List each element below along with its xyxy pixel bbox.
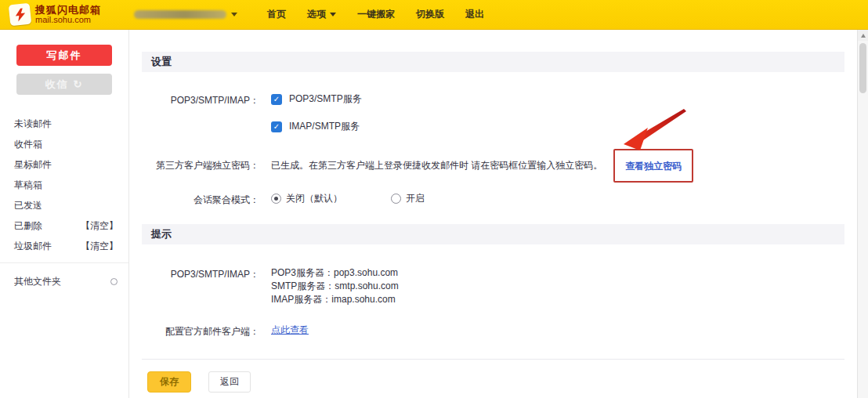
save-button[interactable]: 保存 [147, 371, 191, 393]
radio-selected-icon [271, 194, 281, 204]
folder-label: 已发送 [14, 199, 118, 212]
folder-label: 未读邮件 [14, 118, 118, 131]
folder-list: 未读邮件 收件箱 星标邮件 草稿箱 已发送 已删除 【清空】 [0, 114, 128, 256]
mode-row: 会话聚合模式： 关闭（默认） 开启 [142, 192, 844, 207]
sidebar-item-drafts[interactable]: 草稿箱 [0, 175, 128, 195]
radio-unselected-icon [391, 194, 401, 204]
nav-item-home[interactable]: 首页 [267, 8, 286, 21]
imap-server-address: IMAP服务器：imap.sohu.com [271, 293, 399, 306]
password-status-text: 已生成。在第三方客户端上登录便捷收发邮件时 请在密码框位置输入独立密码。 [271, 149, 602, 172]
chevron-down-icon [231, 13, 237, 16]
lightning-bolt-icon [9, 3, 32, 27]
receive-mail-button[interactable]: 收信 ↻ [16, 74, 112, 95]
body-wrap: 写邮件 收信 ↻ 未读邮件 收件箱 星标邮件 草稿箱 已发送 [0, 30, 868, 398]
scroll-up-button[interactable] [858, 30, 868, 41]
footer-actions: 保存 返回 [147, 371, 844, 393]
logo-domain: mail.sohu.com [35, 16, 101, 25]
settings-section-header: 设置 [142, 52, 844, 72]
imap-smtp-checkbox[interactable]: ✓ [271, 121, 282, 132]
account-menu[interactable] [134, 10, 237, 19]
nav-label: 切换版 [416, 8, 444, 21]
view-password-link[interactable]: 查看独立密码 [625, 161, 682, 172]
sidebar-item-spam[interactable]: 垃圾邮件 【清空】 [0, 236, 128, 256]
account-email-redacted [134, 10, 226, 19]
folder-label: 星标邮件 [14, 158, 118, 172]
sohu-mail-logo[interactable]: 搜狐闪电邮箱 mail.sohu.com [9, 4, 101, 25]
folder-label: 草稿箱 [14, 179, 118, 192]
protocol-label: POP3/SMTP/IMAP： [142, 266, 259, 281]
sidebar-item-other-folders[interactable]: 其他文件夹 [0, 271, 128, 291]
protocol-row-imap: ✓ IMAP/SMTP服务 [142, 120, 844, 133]
nav-item-logout[interactable]: 退出 [465, 8, 484, 21]
sidebar-item-sent[interactable]: 已发送 [0, 195, 128, 215]
mode-radio-off[interactable]: 关闭（默认） [271, 192, 342, 205]
annotation-highlight-box: 查看独立密码 [613, 149, 693, 183]
empty-folder-action[interactable]: 【清空】 [81, 219, 118, 233]
client-config-link[interactable]: 点此查看 [271, 324, 309, 337]
nav-item-migrate[interactable]: 一键搬家 [357, 8, 395, 21]
compose-button[interactable]: 写邮件 [16, 45, 112, 66]
folder-label: 已删除 [14, 219, 81, 233]
mail-sidebar: 写邮件 收信 ↻ 未读邮件 收件箱 星标邮件 草稿箱 已发送 [0, 30, 129, 398]
radio-label: 关闭（默认） [286, 192, 342, 205]
settings-main: 设置 POP3/SMTP/IMAP： ✓ POP3/SMTP服务 ✓ IMAP/… [129, 30, 857, 398]
checkbox-label: IMAP/SMTP服务 [289, 120, 360, 133]
folder-settings-icon[interactable] [110, 278, 118, 285]
nav-item-switch-version[interactable]: 切换版 [416, 8, 444, 21]
sohu-mail-settings-page: 搜狐闪电邮箱 mail.sohu.com 首页 选项 一键搬家 切换版 退 [0, 0, 868, 398]
logo-title: 搜狐闪电邮箱 [35, 5, 101, 16]
scroll-up-arrow-icon [861, 34, 866, 38]
server-info-row: POP3/SMTP/IMAP： POP3服务器：pop3.sohu.com SM… [142, 266, 844, 306]
vertical-scrollbar[interactable] [857, 30, 868, 398]
checkbox-label: POP3/SMTP服务 [289, 92, 362, 106]
mode-label: 会话聚合模式： [142, 192, 259, 207]
scrollbar-thumb[interactable] [859, 43, 866, 93]
section-title: 提示 [151, 227, 172, 241]
pop3-server-address: POP3服务器：pop3.sohu.com [271, 266, 399, 280]
client-config-label: 配置官方邮件客户端： [142, 324, 259, 338]
password-label: 第三方客户端独立密码： [142, 149, 259, 172]
spacer-label [142, 120, 259, 121]
mode-radio-on[interactable]: 开启 [391, 192, 425, 205]
tips-section-header: 提示 [142, 224, 844, 244]
section-title: 设置 [151, 55, 172, 69]
radio-label: 开启 [406, 192, 425, 205]
folder-label: 垃圾邮件 [14, 240, 81, 253]
sidebar-item-starred[interactable]: 星标邮件 [0, 154, 128, 175]
top-navigation: 首页 选项 一键搬家 切换版 退出 [267, 8, 484, 21]
third-party-password-row: 第三方客户端独立密码： 已生成。在第三方客户端上登录便捷收发邮件时 请在密码框位… [142, 149, 844, 183]
protocol-row-pop3: POP3/SMTP/IMAP： ✓ POP3/SMTP服务 [142, 92, 844, 107]
receive-label: 收信 [45, 78, 69, 92]
nav-label: 选项 [307, 8, 326, 21]
logo-text: 搜狐闪电邮箱 mail.sohu.com [35, 5, 101, 24]
sidebar-item-unread[interactable]: 未读邮件 [0, 114, 128, 134]
chevron-down-icon [330, 13, 336, 16]
smtp-server-address: SMTP服务器：smtp.sohu.com [271, 280, 399, 293]
nav-label: 一键搬家 [357, 8, 395, 21]
folder-label: 收件箱 [14, 138, 118, 151]
empty-folder-action[interactable]: 【清空】 [81, 240, 118, 253]
official-client-row: 配置官方邮件客户端： 点此查看 [142, 324, 844, 338]
folder-label: 其他文件夹 [14, 275, 110, 288]
footer-divider [142, 359, 844, 360]
sidebar-divider [0, 262, 128, 263]
top-header-bar: 搜狐闪电邮箱 mail.sohu.com 首页 选项 一键搬家 切换版 退 [0, 0, 868, 30]
pop3-smtp-checkbox[interactable]: ✓ [271, 94, 282, 105]
nav-item-options[interactable]: 选项 [307, 8, 336, 21]
sidebar-item-deleted[interactable]: 已删除 【清空】 [0, 215, 128, 236]
nav-label: 退出 [465, 8, 484, 21]
refresh-icon: ↻ [74, 78, 84, 90]
protocol-label: POP3/SMTP/IMAP： [142, 92, 259, 107]
sidebar-item-inbox[interactable]: 收件箱 [0, 134, 128, 154]
nav-label: 首页 [267, 8, 286, 21]
back-button[interactable]: 返回 [208, 371, 251, 393]
